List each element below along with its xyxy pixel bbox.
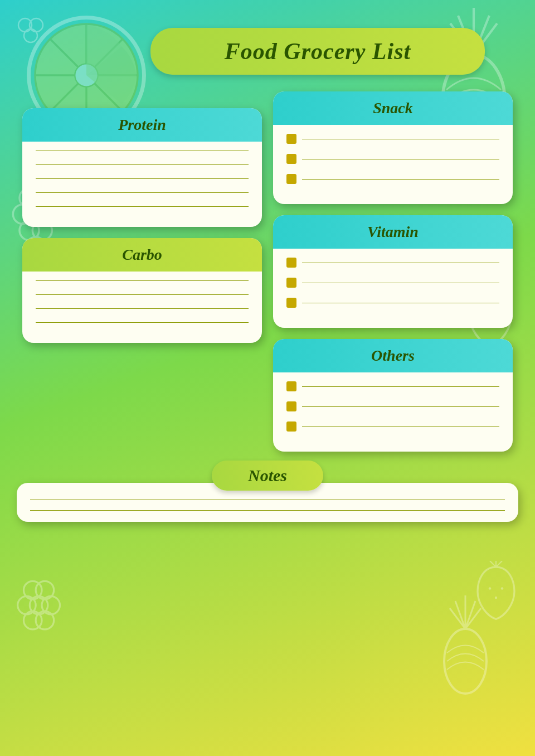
snack-line-1: [302, 139, 499, 139]
others-checkbox-3[interactable]: [286, 421, 296, 432]
title-banner: Food Grocery List: [150, 28, 485, 75]
carbo-line-4: [36, 322, 249, 323]
vitamin-label: Vitamin: [284, 223, 502, 241]
protein-line-3: [36, 178, 249, 179]
snack-row-2: [286, 154, 499, 164]
protein-line-2: [36, 164, 249, 165]
vitamin-line-2: [302, 283, 499, 283]
vitamin-line-1: [302, 263, 499, 263]
notes-label: Notes: [234, 466, 301, 485]
carbo-line-1: [36, 280, 249, 281]
others-label: Others: [284, 347, 502, 365]
snack-lines: [273, 125, 513, 193]
vitamin-checkbox-2[interactable]: [286, 278, 296, 288]
protein-line-5: [36, 206, 249, 207]
others-header: Others: [273, 339, 513, 372]
others-line-3: [302, 427, 499, 427]
snack-header: Snack: [273, 91, 513, 125]
carbo-card: Carbo: [22, 238, 262, 343]
vitamin-header: Vitamin: [273, 215, 513, 249]
carbo-header: Carbo: [22, 238, 262, 272]
others-line-2: [302, 406, 499, 407]
snack-checkbox-3[interactable]: [286, 174, 296, 184]
others-checkbox-1[interactable]: [286, 381, 296, 391]
notes-line-2: [30, 510, 505, 511]
others-line-1: [302, 386, 499, 387]
protein-lines: [22, 142, 262, 216]
others-checkbox-2[interactable]: [286, 401, 296, 411]
vitamin-checkbox-1[interactable]: [286, 258, 296, 268]
notes-section: Notes: [17, 461, 518, 522]
vitamin-row-1: [286, 258, 499, 268]
vitamin-card: Vitamin: [273, 215, 513, 328]
vitamin-checkbox-3[interactable]: [286, 298, 296, 308]
carbo-line-3: [36, 308, 249, 309]
protein-header: Protein: [22, 108, 262, 142]
others-row-2: [286, 401, 499, 411]
snack-checkbox-2[interactable]: [286, 154, 296, 164]
notes-line-1: [30, 500, 505, 500]
vitamin-row-3: [286, 298, 499, 308]
snack-line-2: [302, 159, 499, 159]
page-title: Food Grocery List: [173, 38, 463, 65]
vitamin-lines: [273, 249, 513, 317]
protein-line-4: [36, 192, 249, 193]
carbo-label: Carbo: [33, 246, 251, 264]
others-row-1: [286, 381, 499, 391]
snack-checkbox-1[interactable]: [286, 134, 296, 144]
others-row-3: [286, 421, 499, 432]
carbo-lines: [22, 272, 262, 332]
snack-label: Snack: [284, 99, 502, 117]
snack-row-3: [286, 174, 499, 184]
notes-banner: Notes: [212, 461, 323, 491]
snack-row-1: [286, 134, 499, 144]
carbo-line-2: [36, 294, 249, 295]
vitamin-line-3: [302, 303, 499, 303]
protein-label: Protein: [33, 116, 251, 134]
others-card: Others: [273, 339, 513, 452]
vitamin-row-2: [286, 278, 499, 288]
protein-line-1: [36, 151, 249, 151]
others-lines: [273, 372, 513, 440]
snack-line-3: [302, 179, 499, 180]
protein-card: Protein: [22, 108, 262, 227]
snack-card: Snack: [273, 91, 513, 204]
